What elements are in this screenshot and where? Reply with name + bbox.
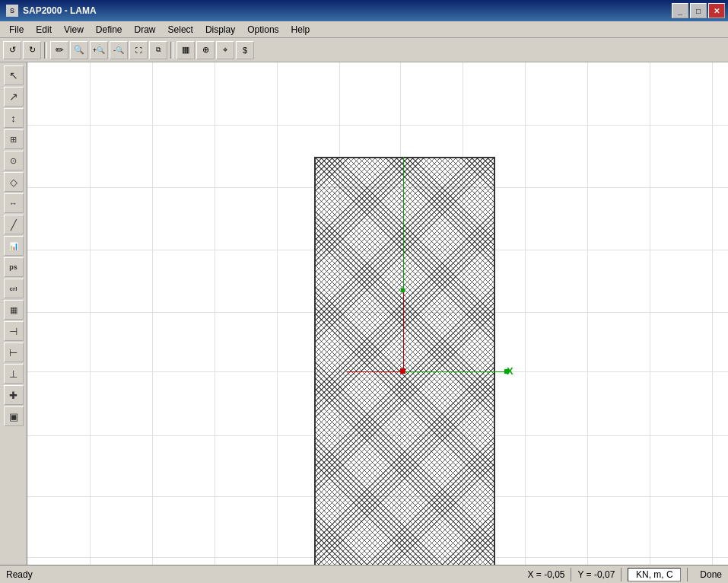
status-bar: Ready X = -0,05 Y = -0,07 KN, m, C Done (0, 565, 728, 583)
maximize-button[interactable]: □ (690, 3, 707, 18)
zoom-out-button[interactable]: -🔍 (110, 41, 128, 59)
canvas-area[interactable]: X (27, 62, 728, 565)
cross-all-button[interactable]: ✚ (4, 385, 24, 405)
menu-item-draw[interactable]: Draw (129, 23, 162, 37)
frame-button[interactable]: ▣ (4, 406, 24, 426)
menu-item-view[interactable]: View (58, 23, 90, 37)
status-sep (571, 568, 571, 581)
menu-item-help[interactable]: Help (285, 23, 316, 37)
units-selector[interactable]: KN, m, C (628, 568, 681, 581)
grid-line-v (587, 62, 588, 565)
select-arrow-button[interactable]: ↖ (4, 65, 24, 85)
menu-item-display[interactable]: Display (199, 23, 241, 37)
zoom-button[interactable]: ⊙ (4, 151, 24, 170)
menu-bar: FileEditViewDefineDrawSelectDisplayOptio… (0, 21, 728, 38)
menu-item-define[interactable]: Define (90, 23, 129, 37)
zoom-fit-button[interactable]: ⛶ (129, 41, 148, 59)
pen-button[interactable]: ✏ (50, 41, 68, 59)
grid-line-v (90, 62, 91, 565)
select-pointer-button[interactable]: ↗ (4, 87, 24, 107)
green-v-axis (403, 157, 404, 290)
y-coord-label: Y = -0,07 (577, 569, 615, 580)
green-marker-right (504, 369, 509, 374)
crl-button[interactable]: crl (4, 279, 24, 298)
grid-line-v (712, 62, 713, 565)
status-coords: X = -0,05 Y = -0,07 KN, m, C Done (527, 568, 722, 581)
cross-h-button[interactable]: ⊣ (4, 321, 24, 341)
dollar-button[interactable]: $ (236, 41, 254, 59)
menu-item-options[interactable]: Options (241, 23, 285, 37)
zoom-in-button[interactable]: 🔍 (70, 41, 88, 59)
dimension-button[interactable]: ↔ (4, 193, 24, 213)
menu-item-file[interactable]: File (3, 23, 30, 37)
ps-button[interactable]: ps (4, 257, 24, 277)
zoom-in2-button[interactable]: +🔍 (90, 41, 108, 59)
left-toolbar: ↖ ↗ ↕ ⊞ ⊙ ◇ ↔ ╱ 📊 ps crl ▦ ⊣ ⊢ ⊥ ✚ ▣ (0, 62, 27, 565)
close-button[interactable]: ✕ (708, 3, 725, 18)
title-bar: S SAP2000 - LAMA _ □ ✕ (0, 0, 728, 21)
mirror-v-button[interactable]: ⊥ (4, 364, 24, 384)
app-icon: S (6, 5, 18, 17)
grid-line-v (277, 62, 278, 565)
hatch-button[interactable]: ▦ (4, 300, 24, 320)
origin-marker (400, 368, 405, 374)
chart-button[interactable]: 📊 (4, 236, 24, 256)
redo-button[interactable]: ↻ (23, 41, 41, 59)
main-layout: ↖ ↗ ↕ ⊞ ⊙ ◇ ↔ ╱ 📊 ps crl ▦ ⊣ ⊢ ⊥ ✚ ▣ (0, 62, 728, 565)
grid-line-v (152, 62, 153, 565)
x-coord-label: X = -0,05 (527, 569, 564, 580)
minimize-button[interactable]: _ (672, 3, 688, 18)
move-button[interactable]: ↕ (4, 108, 24, 128)
zoom-prev-button[interactable]: ⧉ (149, 41, 167, 59)
grid-line-v (525, 62, 526, 565)
grid-button[interactable]: ▦ (176, 41, 195, 59)
grid-line-v (215, 62, 215, 565)
status-ready-label: Ready (6, 569, 67, 580)
structure-section (314, 157, 495, 565)
status-done-label: Done (700, 569, 722, 580)
status-sep3 (687, 568, 688, 581)
toolbar: ↺ ↻ ✏ 🔍 +🔍 -🔍 ⛶ ⧉ ▦ ⊕ ⌖ $ (0, 38, 728, 62)
node-button[interactable]: ⊞ (4, 129, 24, 149)
title-bar-controls[interactable]: _ □ ✕ (672, 3, 725, 18)
polygon-button[interactable]: ◇ (4, 172, 24, 192)
cross-v-button[interactable]: ⊢ (4, 342, 24, 362)
title-bar-left: S SAP2000 - LAMA (6, 5, 97, 17)
snap-button[interactable]: ⊕ (196, 41, 215, 59)
grid-line-v (650, 62, 650, 565)
line-button[interactable]: ╱ (4, 215, 24, 234)
toolbar-separator2 (170, 42, 173, 59)
red-v-axis (403, 290, 404, 372)
undo-button[interactable]: ↺ (3, 41, 21, 59)
ruler-button[interactable]: ⌖ (216, 41, 234, 59)
menu-item-edit[interactable]: Edit (30, 23, 58, 37)
status-sep2 (621, 568, 622, 581)
menu-item-select[interactable]: Select (162, 23, 199, 37)
green-h-axis (403, 371, 507, 372)
app-title: SAP2000 - LAMA (23, 5, 97, 16)
grid-line-h (27, 125, 728, 126)
green-marker-top (401, 288, 405, 292)
toolbar-separator (44, 42, 47, 59)
